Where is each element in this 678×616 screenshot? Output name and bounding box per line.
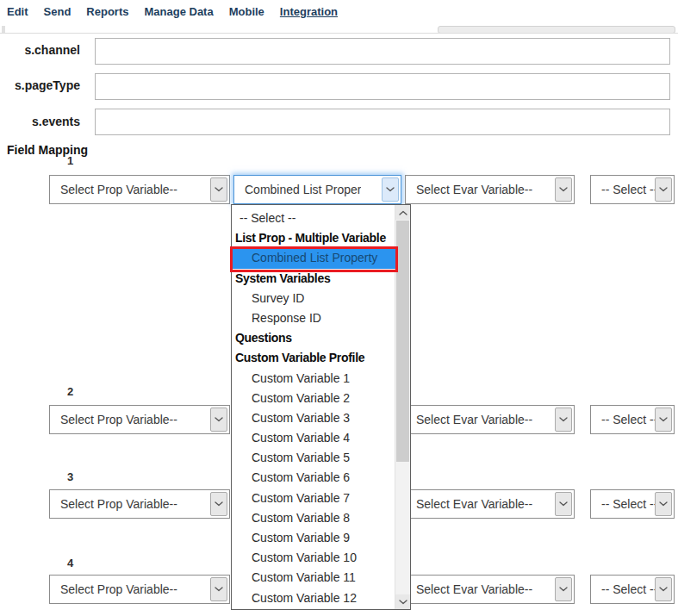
dropdown-option[interactable]: -- Select -- bbox=[233, 208, 395, 228]
chevron-down-icon bbox=[555, 577, 572, 601]
action-select-4-value: -- Select -- bbox=[591, 582, 657, 596]
prop-variable-select-3-value: Select Prop Variable-- bbox=[50, 497, 177, 511]
nav-item-mobile[interactable]: Mobile bbox=[229, 5, 264, 18]
s-pagetype-input[interactable] bbox=[95, 73, 670, 100]
dropdown-option[interactable]: Custom Variable 6 bbox=[233, 468, 395, 488]
prop-variable-select-4-value: Select Prop Variable-- bbox=[50, 582, 177, 596]
evar-variable-select-4[interactable]: Select Evar Variable-- bbox=[405, 575, 575, 604]
action-select-4[interactable]: -- Select -- bbox=[590, 575, 675, 604]
s-channel-input[interactable] bbox=[95, 38, 670, 65]
dropdown-option[interactable]: Response ID bbox=[233, 308, 395, 328]
nav-item-integration[interactable]: Integration bbox=[280, 5, 338, 18]
nav-item-edit[interactable]: Edit bbox=[7, 5, 28, 18]
chevron-down-icon bbox=[655, 577, 672, 601]
evar-variable-select-3-value: Select Evar Variable-- bbox=[406, 497, 532, 511]
prop-variable-select-1-value: Select Prop Variable-- bbox=[50, 183, 177, 196]
chevron-down-icon bbox=[210, 577, 227, 601]
evar-variable-select-1[interactable]: Select Evar Variable-- bbox=[405, 175, 575, 204]
top-nav: EditSendReportsManage DataMobileIntegrat… bbox=[7, 5, 338, 18]
evar-variable-select-2-value: Select Evar Variable-- bbox=[406, 413, 532, 426]
evar-variable-select-4-value: Select Evar Variable-- bbox=[406, 582, 532, 596]
content-divider bbox=[0, 33, 678, 34]
dropdown-option[interactable]: Survey ID bbox=[233, 289, 395, 308]
chevron-down-icon bbox=[210, 492, 227, 516]
action-select-2-value: -- Select -- bbox=[591, 413, 657, 426]
prop-variable-select-3[interactable]: Select Prop Variable-- bbox=[49, 489, 230, 519]
prop-variable-select-1[interactable]: Select Prop Variable-- bbox=[49, 175, 230, 204]
prop-variable-select-4[interactable]: Select Prop Variable-- bbox=[49, 575, 230, 604]
action-select-1[interactable]: -- Select -- bbox=[590, 175, 675, 204]
row-number: 1 bbox=[67, 154, 73, 167]
mapping-row-1: Select Prop Variable--Combined List Prop… bbox=[0, 175, 678, 204]
dropdown-option[interactable]: Custom Variable 2 bbox=[233, 389, 395, 408]
evar-variable-select-2[interactable]: Select Evar Variable-- bbox=[405, 405, 575, 434]
s-pagetype-label: s.pageType bbox=[0, 78, 80, 92]
nav-item-send[interactable]: Send bbox=[44, 5, 72, 18]
action-select-3[interactable]: -- Select -- bbox=[590, 489, 675, 519]
dropdown-options: -- Select --List Prop - Multiple Variabl… bbox=[233, 208, 410, 608]
dropdown-group-label: Questions bbox=[233, 328, 395, 348]
action-select-1-value: -- Select -- bbox=[591, 183, 657, 196]
page: EditSendReportsManage DataMobileIntegrat… bbox=[0, 0, 678, 616]
dropdown-option[interactable]: Custom Variable 7 bbox=[233, 488, 395, 508]
list-prop-select-1-value: Combined List Proper bbox=[234, 183, 361, 196]
chevron-down-icon bbox=[655, 408, 672, 432]
dropdown-option[interactable]: Custom Variable 3 bbox=[233, 408, 395, 428]
chevron-down-icon bbox=[655, 177, 672, 202]
list-prop-select-1[interactable]: Combined List Proper bbox=[233, 175, 401, 204]
prop-variable-select-2-value: Select Prop Variable-- bbox=[50, 413, 177, 426]
dropdown-option[interactable]: Custom Variable 1 bbox=[233, 369, 395, 389]
chevron-down-icon bbox=[655, 492, 672, 516]
field-mapping-title: Field Mapping bbox=[7, 143, 88, 157]
dropdown-option[interactable]: Combined List Property bbox=[233, 248, 395, 268]
s-events-input[interactable] bbox=[95, 109, 670, 135]
nav-item-manage-data[interactable]: Manage Data bbox=[144, 5, 213, 18]
dropdown-option[interactable]: Custom Variable 5 bbox=[233, 448, 395, 468]
row-number: 3 bbox=[67, 470, 73, 483]
dropdown-group-label: System Variables bbox=[233, 269, 395, 289]
row-number: 4 bbox=[67, 557, 73, 569]
dropdown-group-label: List Prop - Multiple Variable bbox=[233, 228, 395, 248]
prop-dropdown-list: -- Select --List Prop - Multiple Variabl… bbox=[231, 204, 411, 610]
chevron-down-icon bbox=[210, 408, 227, 432]
s-events-label: s.events bbox=[0, 115, 80, 128]
dropdown-option[interactable]: Custom Variable 4 bbox=[233, 428, 395, 448]
chevron-down-icon bbox=[555, 492, 572, 516]
dropdown-option[interactable]: Custom Variable 11 bbox=[233, 568, 395, 588]
evar-variable-select-1-value: Select Evar Variable-- bbox=[406, 183, 532, 196]
chevron-down-icon bbox=[382, 177, 399, 202]
dropdown-group-label: Custom Variable Profile bbox=[233, 348, 395, 368]
row-number: 2 bbox=[67, 385, 73, 398]
dropdown-option[interactable]: Custom Variable 8 bbox=[233, 508, 395, 528]
dropdown-option[interactable]: Custom Variable 12 bbox=[233, 588, 395, 608]
nav-item-reports[interactable]: Reports bbox=[86, 5, 128, 18]
action-select-2[interactable]: -- Select -- bbox=[590, 405, 675, 434]
dropdown-option[interactable]: Custom Variable 9 bbox=[233, 528, 395, 548]
action-select-3-value: -- Select -- bbox=[591, 497, 657, 511]
prop-variable-select-2[interactable]: Select Prop Variable-- bbox=[49, 405, 230, 434]
evar-variable-select-3[interactable]: Select Evar Variable-- bbox=[405, 489, 575, 519]
s-channel-label: s.channel bbox=[0, 43, 80, 57]
chevron-down-icon bbox=[555, 177, 572, 202]
chevron-down-icon bbox=[210, 177, 227, 202]
dropdown-option[interactable]: Custom Variable 10 bbox=[233, 548, 395, 568]
chevron-down-icon bbox=[555, 408, 572, 432]
